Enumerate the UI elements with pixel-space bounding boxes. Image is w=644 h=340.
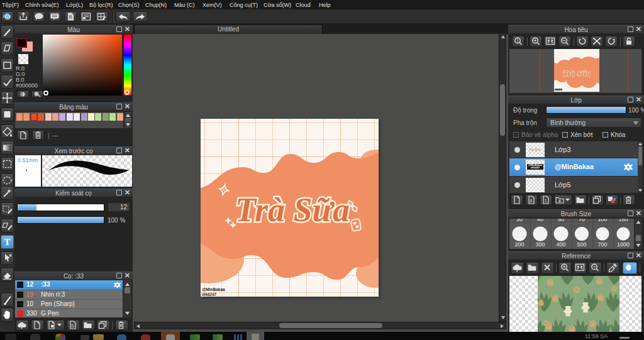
svg-text:200: 200 [514, 241, 524, 248]
svg-text:300: 300 [535, 241, 545, 248]
svg-text:8: 8 [530, 199, 533, 203]
svg-text:@MinBakaa: @MinBakaa [202, 287, 225, 292]
svg-text:Trà Sữa: Trà Sữa [235, 191, 350, 229]
svg-text:500: 500 [577, 241, 586, 248]
svg-text:Trà Sữa: Trà Sữa [563, 69, 591, 78]
svg-text:#Hd247: #Hd247 [202, 292, 217, 297]
svg-text:1: 1 [516, 38, 519, 43]
svg-text:S: S [71, 323, 74, 329]
svg-text:1000: 1000 [617, 241, 630, 248]
svg-text:700: 700 [597, 241, 607, 248]
svg-text:400: 400 [556, 241, 565, 248]
svg-text:1: 1 [545, 199, 547, 203]
